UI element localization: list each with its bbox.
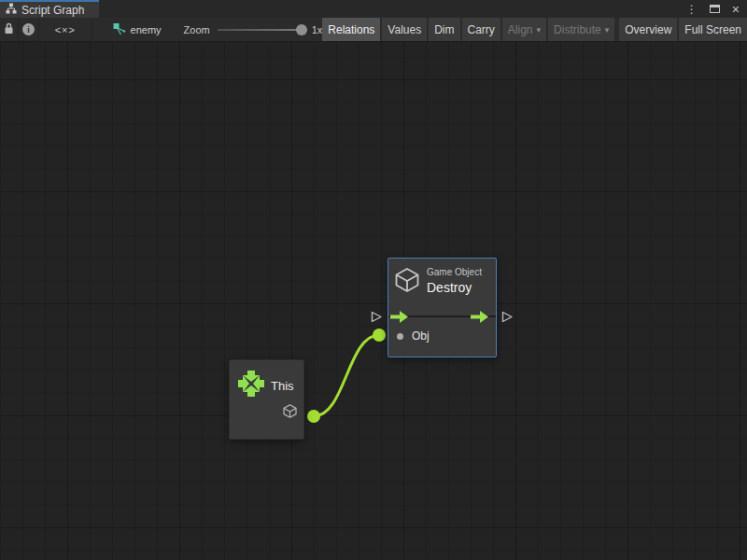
distribute-dropdown-button[interactable]: Distribute ▾ <box>548 18 614 41</box>
maximize-icon[interactable] <box>710 5 720 13</box>
info-icon: i <box>22 23 35 35</box>
lock-button[interactable] <box>0 18 19 41</box>
full-screen-button-label: Full Screen <box>684 23 741 36</box>
align-button-label: Align <box>508 23 533 36</box>
flow-enter-arrow-icon[interactable] <box>390 310 408 327</box>
graph-canvas[interactable]: This <box>0 42 747 560</box>
graph-name-label: enemy <box>131 24 162 35</box>
carry-button[interactable]: Carry <box>462 18 500 41</box>
connection-wire[interactable] <box>0 42 747 560</box>
zoom-slider-handle[interactable] <box>296 24 307 35</box>
obj-port-label: Obj <box>412 329 430 343</box>
lock-icon <box>4 21 14 38</box>
flow-input-port-triangle[interactable] <box>371 310 383 327</box>
carry-button-label: Carry <box>468 23 495 36</box>
window-tab-bar: Script Graph ⋮ × <box>0 0 747 18</box>
window-controls: ⋮ × <box>686 0 747 18</box>
destroy-header-text: Game Object Destroy <box>427 266 482 295</box>
align-dropdown-button[interactable]: Align ▾ <box>502 18 546 41</box>
zoom-label: Zoom <box>184 18 210 41</box>
graph-hierarchy-icon <box>6 3 17 17</box>
info-button[interactable]: i <box>19 18 39 41</box>
toolbar-button-group: Relations Values Dim Carry Align ▾ Distr… <box>322 18 747 41</box>
overview-button[interactable]: Overview <box>619 18 677 41</box>
flow-exit-arrow-icon[interactable] <box>471 310 488 327</box>
gameobject-output-port-cube-icon[interactable] <box>282 403 298 423</box>
window-menu-icon[interactable]: ⋮ <box>686 3 698 16</box>
this-node-header: This <box>230 360 303 400</box>
node-destroy[interactable]: Game Object Destroy Obj <box>388 258 497 357</box>
close-icon[interactable]: × <box>732 5 740 14</box>
tab-script-graph[interactable]: Script Graph <box>0 0 99 18</box>
graph-reference[interactable]: enemy <box>113 18 162 41</box>
wire-start-dot <box>307 410 320 423</box>
chevron-down-icon: ▾ <box>537 25 542 35</box>
zoom-slider[interactable] <box>218 18 307 41</box>
this-converge-icon <box>238 371 264 400</box>
overview-button-label: Overview <box>625 23 671 36</box>
zoom-value: 1x <box>312 18 323 41</box>
values-button[interactable]: Values <box>382 18 427 41</box>
code-icon: <×> <box>55 24 76 35</box>
obj-port-dot[interactable] <box>397 333 403 340</box>
dim-button-label: Dim <box>434 23 454 36</box>
relations-button[interactable]: Relations <box>322 18 380 41</box>
node-category-label: Game Object <box>427 267 482 277</box>
relations-button-label: Relations <box>328 23 374 36</box>
cube-icon <box>393 266 421 298</box>
chevron-down-icon: ▾ <box>605 25 610 35</box>
distribute-button-label: Distribute <box>554 23 601 36</box>
zoom-slider-track[interactable] <box>218 29 300 31</box>
destroy-node-header: Game Object Destroy <box>388 259 496 298</box>
graph-toolbar: i <×> enemy Zoom 1x Relations Values Dim… <box>0 18 747 42</box>
values-button-label: Values <box>388 23 421 36</box>
tab-label: Script Graph <box>21 4 84 17</box>
node-title-label: Destroy <box>427 280 482 295</box>
flow-output-port-triangle[interactable] <box>501 310 514 327</box>
full-screen-button[interactable]: Full Screen <box>679 18 747 41</box>
code-preview-button[interactable]: <×> <box>39 18 92 41</box>
wire-end-dot <box>373 329 386 342</box>
node-this[interactable]: This <box>229 359 304 440</box>
obj-input-port-row[interactable]: Obj <box>397 329 430 343</box>
dim-button[interactable]: Dim <box>429 18 459 41</box>
graph-asset-icon <box>113 22 126 37</box>
this-node-title: This <box>271 379 294 393</box>
